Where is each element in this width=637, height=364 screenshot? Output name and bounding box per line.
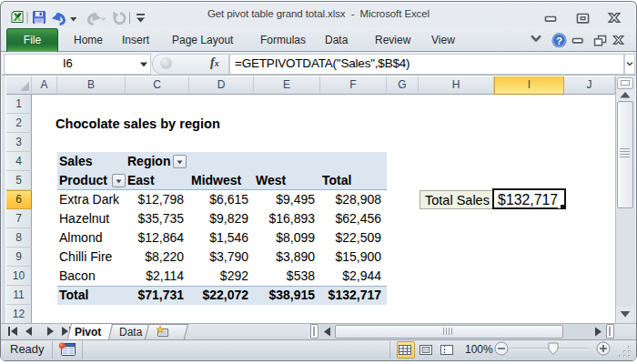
svg-text:?: ? — [556, 35, 562, 46]
